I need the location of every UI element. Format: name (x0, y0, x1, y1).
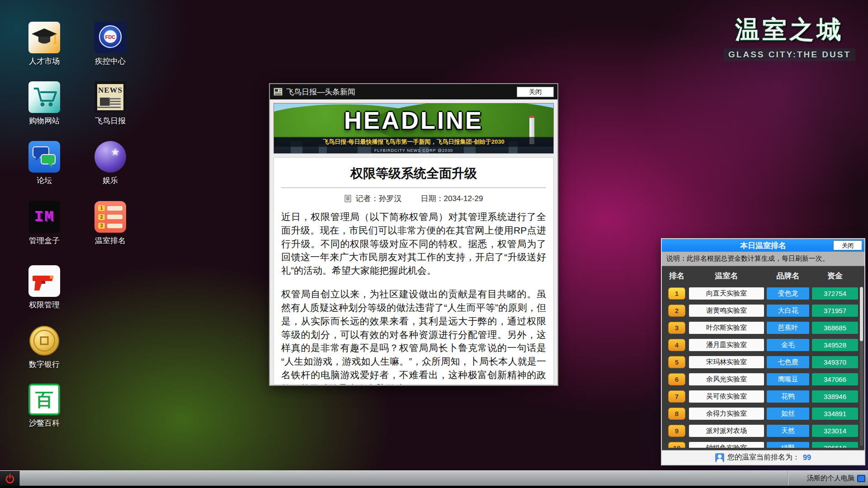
brand-name: 芭蕉叶 (767, 322, 809, 334)
column-header-brand: 品牌名 (767, 271, 809, 281)
rank-3-glyph: 3 (98, 223, 105, 229)
ranking-row: 9 派对派对农场 天然 323014 (667, 423, 859, 438)
taskbar: 汤斯的个人电脑 (0, 470, 868, 486)
baike-character: 百 (35, 387, 53, 412)
game-logo-title: 温室之城 (724, 14, 855, 47)
desktop-icon-label: 数字银行 (17, 359, 71, 370)
greenhouse-name: 吴可依实验室 (689, 390, 764, 403)
desktop-icon-greenhouse-ranking[interactable]: 1 2 3 温室排名 (83, 201, 137, 246)
brand-name: 绿野 (767, 442, 809, 448)
rank-1-glyph: 1 (98, 205, 105, 211)
brand-name: 大白花 (767, 305, 809, 317)
greenhouse-name: 向直天实验室 (689, 287, 764, 300)
ranking-scrollbar[interactable] (860, 287, 863, 446)
fdc-logo-icon: FDC (94, 22, 126, 53)
news-letters: NEWS (97, 84, 123, 95)
ranking-window: 本日温室排名 关闭 说明：此排名根据总资金数计算生成，每日刷新一次。 排名 温室… (661, 238, 865, 465)
desktop-icon-digital-bank[interactable]: 数字银行 (17, 325, 71, 370)
brand-name: 变色龙 (767, 287, 809, 300)
desktop-icon-encyclopedia[interactable]: 百 沙鳖百科 (17, 384, 71, 428)
banner-corp-line: FLYBIRDCITY NEWS CORP @2030 (274, 148, 553, 153)
article-reporter: 记者：孙罗汉 (356, 193, 402, 204)
desktop-icon-talent-market[interactable]: 人才市场 (17, 22, 71, 66)
funds-value: 372754 (812, 287, 858, 300)
article-byline: 记者：孙罗汉 日期：2034-12-29 (281, 193, 546, 204)
brand-name: 七色鹿 (767, 356, 809, 368)
news-window-titlebar[interactable]: 飞鸟日报—头条新闻 关闭 (270, 84, 557, 99)
headline-banner: HEADLINE 飞鸟日报-每日最快播报飞鸟市第一手新闻，飞鸟日报集团-创始于2… (274, 103, 554, 154)
ranking-window-titlebar[interactable]: 本日温室排名 关闭 (662, 239, 864, 252)
ranking-table-header: 排名 温室名 品牌名 资金 (667, 269, 859, 282)
desktop-icon-permission-manage[interactable]: 权限管理 (17, 265, 71, 310)
shopping-cart-icon (28, 81, 60, 113)
im-letters: IM (34, 208, 55, 225)
ranking-window-title: 本日温室排名 (740, 240, 786, 251)
rank-badge: 4 (668, 339, 685, 351)
desktop-icon-label: 权限管理 (17, 300, 71, 310)
funds-value: 306610 (812, 442, 858, 448)
rank-badge: 5 (668, 356, 685, 368)
brand-name: 花鸭 (767, 390, 809, 403)
ranking-scrollbar-thumb[interactable] (860, 287, 863, 341)
column-header-greenhouse: 温室名 (689, 271, 764, 281)
ranking-row: 1 向直天实验室 变色龙 372754 (667, 286, 859, 300)
brand-name: 如丝 (767, 408, 809, 420)
ranking-row: 6 余风光实验室 鹰嘴豆 347066 (667, 372, 859, 386)
game-logo: 温室之城 GLASS CITY:THE DUST (724, 14, 855, 61)
article-paragraph: 权管局自创立以来，为社区建设做出的贡献是有目共睹的。虽然有人质疑这种划分等级的做… (281, 287, 546, 385)
ranking-table: 排名 温室名 品牌名 资金 1 向直天实验室 变色龙 372754 2 谢黄鸣实… (662, 266, 864, 450)
desktop-icon-label: 飞鸟日报 (83, 116, 137, 126)
desktop-icon-bird-daily[interactable]: NEWS 飞鸟日报 (83, 81, 137, 126)
ranking-close-button[interactable]: 关闭 (833, 240, 862, 250)
chat-bubbles-icon (28, 141, 60, 173)
desktop-icon-label: 论坛 (17, 175, 71, 186)
monitor-icon (857, 475, 865, 482)
desktop-icon-label: 管理盒子 (17, 235, 71, 246)
desktop-icon-cdc[interactable]: FDC 疾控中心 (83, 22, 137, 66)
greenhouse-name: 叶尔斯实验室 (689, 322, 764, 334)
im-box-icon: IM (28, 201, 60, 233)
funds-value: 349370 (812, 356, 858, 368)
computer-name-label: 汤斯的个人电脑 (807, 474, 854, 483)
my-rank-value: 99 (803, 454, 811, 462)
ranking-row: 10 钟组鱼实验室 绿野 306610 (667, 441, 859, 448)
article-date: 日期：2034-12-29 (421, 193, 483, 204)
desktop-icon-label: 人才市场 (17, 56, 71, 66)
power-button[interactable] (0, 471, 20, 486)
ranking-list-icon: 1 2 3 (94, 201, 126, 233)
desktop-icon-entertainment[interactable]: ★ 娱乐 (83, 141, 137, 186)
rank-badge: 9 (668, 425, 685, 437)
rank-badge: 2 (668, 305, 685, 317)
column-header-funds: 资金 (812, 271, 858, 281)
rank-badge: 1 (668, 287, 685, 300)
fdc-letters: FDC (105, 34, 116, 40)
rank-badge: 7 (668, 390, 685, 403)
rank-badge: 10 (668, 442, 685, 448)
power-icon (5, 473, 15, 484)
desktop-icon-label: 娱乐 (83, 175, 137, 186)
desktop-icon-shopping-site[interactable]: 购物网站 (17, 81, 71, 126)
brand-name: 鹰嘴豆 (767, 373, 809, 385)
desktop-icon-manage-box[interactable]: IM 管理盒子 (17, 201, 71, 246)
funds-value: 371957 (812, 305, 858, 317)
news-article: 权限等级系统全面升级 记者：孙罗汉 日期：2034-12-29 近日，权限管理局… (274, 157, 554, 385)
desktop-icon-forum[interactable]: 论坛 (17, 141, 71, 186)
my-rank-label: 您的温室当前排名为： (727, 453, 800, 462)
ranking-row: 2 谢黄鸣实验室 大白花 371957 (667, 303, 859, 318)
funds-value: 334891 (812, 408, 858, 420)
banner-tagline: 飞鸟日报-每日最快播报飞鸟市第一手新闻，飞鸟日报集团-创始于2030 (274, 137, 553, 147)
ranking-rows-viewport: 1 向直天实验室 变色龙 372754 2 谢黄鸣实验室 大白花 371957 … (667, 286, 859, 448)
news-window-title: 飞鸟日报—头条新闻 (286, 87, 517, 97)
game-logo-subtitle: GLASS CITY:THE DUST (724, 48, 855, 61)
news-close-button[interactable]: 关闭 (517, 87, 554, 97)
pistol-icon (28, 265, 60, 297)
funds-value: 368685 (812, 322, 858, 334)
player-avatar-icon (715, 453, 724, 462)
desktop-icon-label: 温室排名 (83, 235, 137, 246)
ranking-row: 8 余得力实验室 如丝 334891 (667, 406, 859, 421)
star-sphere-icon: ★ (94, 141, 126, 173)
document-icon (344, 195, 351, 202)
brand-name: 金毛 (767, 339, 809, 351)
brand-name: 天然 (767, 425, 809, 437)
taskbar-system-tray[interactable]: 汤斯的个人电脑 (788, 471, 868, 486)
